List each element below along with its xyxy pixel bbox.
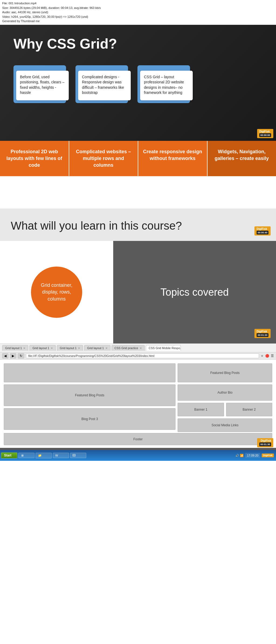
browser-tab-5[interactable]: CSS Grid practice ✕	[112, 345, 145, 351]
tab-2-label: Grid layout 1	[32, 346, 49, 350]
grid-cell-top-left	[4, 363, 175, 382]
orange-box-4: Widgets, Navigation, galleries – create …	[208, 141, 276, 176]
topics-left: Grid container, display, rows, columns	[0, 241, 113, 343]
digifisk-badge-4: DigiFisk 00:01:30	[257, 438, 273, 447]
tab-2-close[interactable]: ✕	[51, 347, 53, 350]
learn-section: What will you learn in this course? Digi…	[0, 209, 276, 241]
why-card-3-text: CSS Grid – layout professional 2D websit…	[140, 71, 193, 100]
tab-3-label: Grid layout 1	[60, 346, 77, 350]
tab-1-close[interactable]: ✕	[23, 347, 25, 350]
taskbar-btn-4[interactable]: 🎞	[70, 453, 86, 458]
nav-icons: ☰	[271, 354, 274, 358]
right-column: Featured Blog Posts Author Bio Banner 1 …	[178, 363, 272, 432]
why-card-1-text: Before Grid, used positioning, floats, c…	[16, 71, 69, 100]
why-card-2-text: Complicated designs - Responsive design …	[78, 71, 131, 100]
orange-box-3: Create responsive design without framewo…	[138, 141, 208, 176]
file-info-line5: Generated by Thumbnail me	[2, 19, 274, 23]
taskbar-btn-2[interactable]: 📁	[36, 453, 52, 458]
browser-content: Featured Blog Posts Blog Post 3 Featured…	[0, 360, 276, 448]
taskbar-right: 🔊 📶 17:09:20 DigiFisk	[235, 453, 274, 458]
learn-title: What will you learn in this course?	[11, 219, 268, 232]
forward-button[interactable]: ▶	[10, 353, 16, 359]
orange-boxes-section: Professional 2D web layouts with few lin…	[0, 141, 276, 176]
grid-cell-banner-1: Banner 1	[178, 403, 224, 416]
why-card-3: CSS Grid – layout professional 2D websit…	[137, 65, 194, 114]
gap-section	[0, 176, 276, 209]
tab-5-label: CSS Grid practice	[115, 346, 138, 350]
grid-cell-footer: Footer	[4, 433, 272, 445]
security-icon: 🔴	[265, 354, 269, 358]
refresh-button[interactable]: ↻	[18, 353, 24, 359]
grid-cell-author-bio: Author Bio	[178, 384, 272, 401]
orange-box-2: Complicated websites – multiple rows and…	[69, 141, 139, 176]
file-info-line3: Audio: aac, 44100 Hz, stereo (und)	[2, 10, 274, 15]
why-card-2: Complicated designs - Responsive design …	[75, 65, 132, 114]
tab-5-close[interactable]: ✕	[140, 347, 142, 350]
grid-cell-featured: Featured Blog Posts	[178, 363, 272, 382]
grid-cell-social: Social Media Links	[178, 418, 272, 432]
bookmark-icon[interactable]: ★	[261, 354, 264, 358]
tab-1-label: Grid layout 1	[5, 346, 22, 350]
grid-cell-banner-2: Banner 2	[226, 403, 272, 416]
grid-demo: Featured Blog Posts Blog Post 3 Featured…	[3, 362, 273, 433]
tab-3-close[interactable]: ✕	[78, 347, 80, 350]
browser-tab-4[interactable]: Grid layout 1 ✕	[84, 345, 110, 351]
browser-bottom-bar: DigiFisk 00:01:30	[0, 448, 276, 450]
topics-covered-text: Topics covered	[160, 287, 229, 298]
orange-boxes-row: Professional 2D web layouts with few lin…	[0, 141, 276, 176]
why-css-grid-title: Why CSS Grid?	[13, 36, 268, 52]
taskbar-btn-1[interactable]: 🖥	[18, 453, 34, 458]
tab-4-close[interactable]: ✕	[105, 347, 108, 350]
left-column: Featured Blog Posts Blog Post 3	[4, 363, 175, 432]
start-button[interactable]: Start	[1, 452, 17, 458]
why-css-grid-section: Why CSS Grid? Before Grid, used position…	[0, 25, 276, 141]
grid-cell-blog-post-3: Blog Post 3	[4, 408, 175, 430]
taskbar-btn-3[interactable]: W	[53, 453, 69, 458]
tab-4-label: Grid layout 1	[87, 346, 104, 350]
browser-tab-3[interactable]: Grid layout 1 ✕	[57, 345, 83, 351]
topics-right: Topics covered DigiFisk 00:01:20	[113, 241, 276, 343]
footer-row: Footer	[4, 433, 272, 445]
back-button[interactable]: ◀	[2, 353, 8, 359]
browser-tabs-bar[interactable]: Grid layout 1 ✕ Grid layout 1 ✕ Grid lay…	[0, 344, 276, 352]
taskbar: Start 🖥 📁 W 🎞 🔊 📶 17:09:20 DigiFisk	[0, 450, 276, 461]
file-info-line2: Size: 30449126 bytes (29.04 MiB), durati…	[2, 6, 274, 10]
orange-box-1: Professional 2D web layouts with few lin…	[0, 141, 69, 176]
browser-tab-1[interactable]: Grid layout 1 ✕	[2, 345, 28, 351]
file-info-line1: File: 001 Introduction.mp4	[2, 1, 274, 6]
grid-circle: Grid container, display, rows, columns	[31, 267, 82, 318]
browser-tab-6[interactable]: CSS Grid Mobile Respo... ✕	[146, 345, 181, 351]
taskbar-icons: 🔊 📶	[235, 454, 244, 457]
why-cards-container: Before Grid, used positioning, floats, c…	[13, 65, 268, 114]
topics-section: Grid container, display, rows, columns T…	[0, 241, 276, 343]
file-info: File: 001 Introduction.mp4 Size: 3044912…	[0, 0, 276, 25]
digifisk-badge-1: DigiFisk 00:00:00	[257, 129, 273, 138]
grid-cell-blog-post-2: Featured Blog Posts	[4, 384, 175, 406]
browser-nav-bar: ◀ ▶ ↻ file:///F:/Digifisk/Digifisk%20cou…	[0, 352, 276, 360]
clock: 17:09:20	[245, 453, 260, 458]
digifisk-taskbar: DigiFisk	[262, 454, 274, 457]
banners-row: Banner 1 Banner 2	[178, 403, 272, 416]
file-info-line4: Video: h264, yuv420p, 1280x720, 30.00 fp…	[2, 15, 274, 19]
tab-6-label: CSS Grid Mobile Respo...	[149, 346, 181, 350]
why-card-1: Before Grid, used positioning, floats, c…	[13, 65, 70, 114]
browser-window: Grid layout 1 ✕ Grid layout 1 ✕ Grid lay…	[0, 343, 276, 448]
browser-tab-2[interactable]: Grid layout 1 ✕	[29, 345, 56, 351]
url-bar[interactable]: file:///F:/Digifisk/Digifisk%20courses/P…	[26, 353, 259, 358]
